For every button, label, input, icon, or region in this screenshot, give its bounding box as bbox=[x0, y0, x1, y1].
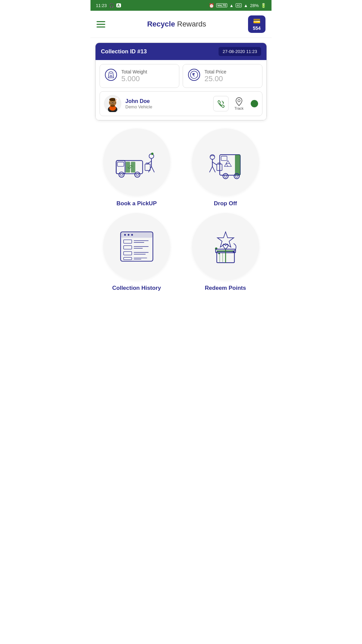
pickup-label: Book a PickUP bbox=[117, 200, 157, 207]
driver-name: John Doe bbox=[125, 98, 152, 104]
dropoff-circle bbox=[192, 128, 259, 196]
collection-id: Collection ID #13 bbox=[101, 48, 147, 55]
time-display: 11:23 bbox=[96, 3, 107, 8]
weight-icon bbox=[105, 68, 117, 84]
driver-vehicle: Demo Vehicle bbox=[125, 104, 152, 109]
svg-point-30 bbox=[151, 153, 153, 155]
svg-line-27 bbox=[148, 166, 152, 172]
main-menu: Book a PickUP bbox=[90, 124, 272, 296]
history-menu-item[interactable]: Collection History bbox=[95, 213, 178, 291]
driver-avatar: ! bbox=[104, 95, 121, 112]
pickup-menu-item[interactable]: Book a PickUP bbox=[95, 128, 178, 207]
driver-actions: Track bbox=[213, 96, 258, 111]
redeem-circle bbox=[192, 213, 259, 280]
svg-rect-32 bbox=[235, 155, 240, 175]
track-button[interactable]: Track bbox=[231, 96, 247, 111]
title-regular: Rewards bbox=[175, 20, 206, 28]
stats-row: Total Weight 5.000 ₹ Total Price 25.00 bbox=[100, 64, 262, 88]
app-title: Recycle Rewards bbox=[147, 20, 206, 29]
wallet-button[interactable]: 💳 554 bbox=[248, 15, 265, 33]
svg-point-34 bbox=[223, 173, 228, 179]
wallet-count: 554 bbox=[253, 25, 260, 31]
svg-rect-33 bbox=[221, 156, 227, 161]
svg-rect-58 bbox=[123, 257, 132, 260]
svg-text:!: ! bbox=[116, 99, 117, 101]
weight-box: Total Weight 5.000 bbox=[100, 64, 179, 88]
driver-info: ! John Doe Demo Vehicle bbox=[104, 95, 152, 112]
svg-marker-61 bbox=[217, 232, 234, 247]
svg-point-22 bbox=[134, 172, 140, 177]
status-bar: 11:23 🎧 A ⏰ VoLTE ▲ 4G ▲ 28% 🔋 bbox=[90, 0, 272, 11]
status-right: ⏰ VoLTE ▲ 4G ▲ 28% 🔋 bbox=[209, 3, 266, 8]
svg-point-11 bbox=[110, 104, 115, 107]
app-icon: A bbox=[116, 3, 121, 7]
svg-line-42 bbox=[212, 166, 215, 172]
driver-text: John Doe Demo Vehicle bbox=[125, 98, 152, 109]
track-label: Track bbox=[234, 106, 243, 110]
price-icon: ₹ bbox=[188, 68, 200, 84]
alarm-icon: ⏰ bbox=[209, 3, 214, 8]
collection-date: 27-08-2020 11:23 bbox=[219, 47, 261, 56]
svg-line-41 bbox=[209, 166, 212, 172]
svg-rect-17 bbox=[117, 162, 124, 166]
svg-text:₹: ₹ bbox=[192, 72, 195, 77]
title-bold: Recycle bbox=[147, 20, 175, 28]
pickup-circle bbox=[103, 128, 170, 196]
svg-rect-29 bbox=[145, 164, 150, 170]
collection-body: Total Weight 5.000 ₹ Total Price 25.00 bbox=[96, 60, 266, 120]
weight-info: Total Weight 5.000 bbox=[121, 69, 147, 83]
history-label: Collection History bbox=[112, 285, 161, 291]
battery-icon: 🔋 bbox=[261, 3, 266, 8]
signal-icon: ▲ bbox=[229, 3, 234, 8]
signal-icon-2: ▲ bbox=[244, 3, 248, 8]
call-button[interactable] bbox=[213, 96, 229, 111]
battery-display: 28% bbox=[250, 3, 259, 8]
volte-badge: VoLTE bbox=[216, 3, 227, 7]
redeem-menu-item[interactable]: Redeem Points bbox=[184, 213, 267, 291]
svg-point-14 bbox=[238, 100, 240, 102]
svg-point-20 bbox=[119, 172, 124, 177]
price-info: Total Price 25.00 bbox=[204, 69, 226, 83]
price-label: Total Price bbox=[204, 69, 226, 74]
svg-point-12 bbox=[115, 98, 119, 101]
weight-value: 5.000 bbox=[121, 74, 147, 83]
redeem-label: Redeem Points bbox=[205, 285, 246, 291]
svg-rect-55 bbox=[123, 252, 132, 255]
dropoff-label: Drop Off bbox=[214, 200, 237, 207]
svg-point-0 bbox=[105, 69, 117, 80]
header: Recycle Rewards 💳 554 bbox=[90, 11, 272, 38]
svg-rect-52 bbox=[123, 246, 132, 249]
collection-header: Collection ID #13 27-08-2020 11:23 bbox=[96, 43, 266, 60]
price-box: ₹ Total Price 25.00 bbox=[183, 64, 262, 88]
svg-line-40 bbox=[212, 162, 217, 165]
svg-line-28 bbox=[151, 166, 154, 172]
svg-point-47 bbox=[127, 234, 129, 235]
4g-badge: 4G bbox=[236, 3, 242, 7]
svg-point-48 bbox=[131, 234, 133, 235]
history-circle bbox=[103, 213, 170, 280]
headset-icon: 🎧 bbox=[109, 3, 114, 8]
dropoff-menu-item[interactable]: Drop Off bbox=[184, 128, 267, 207]
price-value: 25.00 bbox=[204, 74, 226, 83]
wallet-icon: 💳 bbox=[253, 17, 260, 25]
svg-point-7 bbox=[109, 98, 116, 101]
svg-line-26 bbox=[147, 161, 151, 164]
weight-label: Total Weight bbox=[121, 69, 147, 74]
svg-point-46 bbox=[124, 234, 126, 235]
svg-rect-19 bbox=[131, 162, 135, 172]
collection-card: Collection ID #13 27-08-2020 11:23 Total… bbox=[95, 43, 267, 120]
driver-row: ! John Doe Demo Vehicle bbox=[100, 91, 262, 116]
status-dot bbox=[251, 100, 258, 107]
status-left: 11:23 🎧 A bbox=[96, 3, 121, 8]
menu-icon[interactable] bbox=[97, 19, 105, 29]
svg-rect-49 bbox=[123, 240, 132, 244]
